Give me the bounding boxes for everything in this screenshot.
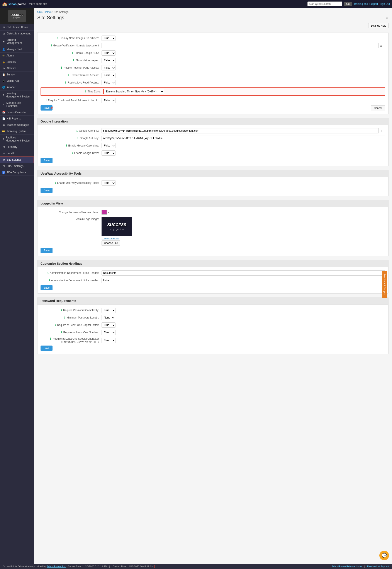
info-icon-number: ℹ: [61, 331, 62, 334]
sidebar-logo-area: SUCCESS go get it: [0, 8, 34, 24]
restrict-teacher-label: ℹ Restrict Teacher Page Access:: [41, 66, 101, 69]
info-icon-links: ℹ: [49, 279, 50, 282]
sidebar-item-district-management[interactable]: ⊞District Management: [0, 30, 34, 37]
sidebar-item-ticketing-system[interactable]: 🎫Ticketing System: [0, 128, 34, 134]
chat-bubble[interactable]: 💬: [379, 551, 389, 560]
main-layout: SUCCESS go get it ⊞CMS Admin Home ⊞Distr…: [0, 8, 392, 564]
sidebar-item-sendit[interactable]: ✉Sendit: [0, 150, 34, 156]
color-swatch[interactable]: [101, 210, 107, 214]
sidebar-item-formality[interactable]: ⊞Formality: [0, 144, 34, 150]
timezone-select[interactable]: Eastern Standard Time - New York (GMT-4)…: [103, 89, 164, 94]
links-header-input[interactable]: [101, 278, 385, 283]
general-settings-section: ℹ Display News Images On Articles: TrueF…: [37, 32, 389, 114]
sidebar-item-alumni[interactable]: 🎓Alumni: [0, 53, 34, 59]
show-vision-helper-select[interactable]: FalseTrue: [101, 58, 115, 63]
color-dropdown-arrow[interactable]: ▾: [108, 211, 109, 214]
require-capital-letter-select[interactable]: TrueFalse: [101, 322, 115, 328]
expand-icon[interactable]: ⊞: [379, 44, 382, 47]
sidebar-item-hib-reports[interactable]: 📄HIB Reports: [0, 115, 34, 122]
sidebar-item-cms-admin-home[interactable]: ⊞CMS Admin Home: [0, 24, 34, 30]
client-id-expand-icon[interactable]: ⊞: [379, 129, 382, 133]
sidebar-item-ada-compliance[interactable]: ♿ADA Compliance: [0, 169, 34, 176]
google-verification-label: ℹ Google Verification Id: meta tag conte…: [41, 44, 101, 47]
require-special-char-select[interactable]: TrueFalse: [101, 338, 115, 343]
userway-save-button[interactable]: Save: [41, 188, 53, 193]
require-capital-letter-label: ℹ Require at Least One Capital Letter:: [41, 324, 101, 327]
remove-photo-link[interactable]: ...Remove Photo: [101, 237, 385, 240]
enable-google-calendars-label: ℹ Enable Google Calendars:: [41, 144, 101, 147]
schoolpointe-link[interactable]: SchoolPointe, Inc.: [47, 565, 66, 568]
info-icon-color: ℹ: [56, 211, 57, 214]
feedback-support-link[interactable]: Feedback & Support: [367, 565, 389, 568]
google-client-id-input[interactable]: [101, 128, 379, 133]
restrict-live-feed-select[interactable]: FalseTrue: [101, 80, 115, 85]
chat-icon: 💬: [381, 553, 387, 558]
password-requirements-save-button[interactable]: Save: [41, 345, 53, 351]
require-complexity-row: ℹ Require Password Complexity: TrueFalse: [41, 308, 385, 313]
timezone-row: ℹ Time Zone: Eastern Standard Time - New…: [41, 87, 385, 96]
timezone-label: ℹ Time Zone:: [42, 90, 103, 93]
settings-help-button[interactable]: Settings Help: [368, 23, 389, 28]
admin-logo-text-line2: → go get it →: [109, 228, 124, 231]
info-icon-calendars: ℹ: [66, 144, 67, 147]
customize-headings-body: ℹ Administration Department Forms Header…: [38, 267, 388, 293]
logged-in-view-title: Logged in View: [38, 200, 388, 207]
enable-google-drive-select[interactable]: TrueFalse: [101, 150, 115, 156]
min-password-length-select[interactable]: None681012: [101, 315, 115, 320]
require-confirmed-email-select[interactable]: FalseTrue: [101, 98, 115, 103]
sign-out-link[interactable]: Sign Out: [379, 2, 390, 5]
feedback-tab[interactable]: Feedback & Support: [382, 271, 387, 298]
sidebar-item-events-calendar[interactable]: 📅Events Calendar: [0, 109, 34, 115]
sidebar-item-facilities[interactable]: ⊞Facilities Management System: [0, 134, 34, 144]
enable-google-calendars-select[interactable]: FalseTrue: [101, 143, 115, 148]
survey-icon: 📋: [2, 73, 5, 76]
choose-file-button[interactable]: Choose File: [101, 241, 120, 246]
athletics-icon: ⊕: [2, 67, 5, 70]
favorite-star-icon[interactable]: ☆: [385, 16, 389, 20]
sidebar-item-ldap-settings[interactable]: ⊞LDAP Settings: [0, 163, 34, 169]
sidebar-item-intranet[interactable]: 🌐Intranet: [0, 84, 34, 90]
enable-google-drive-label: ℹ Enable Google Drive:: [41, 152, 101, 155]
facilities-icon: ⊞: [2, 138, 4, 141]
google-api-key-input[interactable]: [101, 136, 385, 141]
restrict-live-feed-row: ℹ Restrict Live Feed Posting: FalseTrue: [41, 80, 385, 85]
enable-google-sso-select[interactable]: TrueFalse: [101, 50, 115, 56]
google-integration-section: Google Integration ℹ Google Client ID: ⊞: [37, 118, 389, 166]
training-support-link[interactable]: Training and Support: [354, 2, 378, 5]
sidebar-item-manage-redirects[interactable]: ↗Manage Site Redirects: [0, 100, 34, 109]
google-verification-input[interactable]: [101, 43, 379, 48]
sidebar-item-athletics[interactable]: ⊕Athletics: [0, 65, 34, 71]
sidebar-item-site-settings[interactable]: ⚙Site Settings: [0, 156, 34, 163]
general-settings-cancel-button[interactable]: Cancel: [371, 105, 385, 111]
sidebar-item-teacher-webpages[interactable]: 🖥Teacher Webpages: [0, 122, 34, 128]
sidebar-item-lms[interactable]: ⊞Learning Management System: [0, 90, 34, 100]
require-complexity-select[interactable]: TrueFalse: [101, 308, 115, 313]
general-settings-save-row: Save Cancel: [41, 105, 385, 111]
enable-userway-select[interactable]: TrueFalse: [101, 180, 115, 185]
sidebar-item-mobile-app[interactable]: 📱Mobile App: [0, 78, 34, 84]
restrict-intranet-select[interactable]: FalseTrue: [101, 72, 115, 78]
forms-header-input[interactable]: [101, 270, 385, 276]
sidebar-item-survey[interactable]: 📋Survey: [0, 71, 34, 78]
release-notes-link[interactable]: SchoolPointe Release Notes: [332, 565, 362, 568]
cms-home-link[interactable]: CMS Home: [37, 11, 51, 14]
require-one-number-select[interactable]: TrueFalse: [101, 330, 115, 335]
go-button[interactable]: Go: [344, 2, 352, 6]
restrict-teacher-select[interactable]: FalseTrue: [101, 65, 115, 71]
display-news-images-select[interactable]: TrueFalse: [101, 36, 115, 41]
staff-quick-search-input[interactable]: [308, 1, 342, 6]
customize-headings-save-button[interactable]: Save: [41, 285, 53, 290]
ticketing-system-icon: 🎫: [2, 130, 5, 133]
ldap-settings-icon: ⊞: [2, 165, 5, 168]
general-settings-save-button[interactable]: Save: [41, 105, 53, 111]
enable-userway-control: TrueFalse: [101, 180, 385, 185]
google-integration-save-button[interactable]: Save: [41, 158, 53, 163]
google-client-id-label: ℹ Google Client ID:: [41, 129, 101, 132]
customize-headings-section: Customize Section Headings ℹ Administrat…: [37, 260, 389, 294]
sidebar-item-security[interactable]: 🔒Security: [0, 59, 34, 65]
logged-in-view-save-button[interactable]: Save: [41, 248, 53, 253]
restrict-intranet-label: ℹ Restrict Intranet Access:: [41, 74, 101, 77]
sidebar-item-manage-staff[interactable]: 👤Manage Staff: [0, 46, 34, 53]
sidebar-item-building-management[interactable]: ⊞Building Management: [0, 37, 34, 46]
userway-section: UserWay Accessibility Tools ℹ Enable Use…: [37, 170, 389, 196]
